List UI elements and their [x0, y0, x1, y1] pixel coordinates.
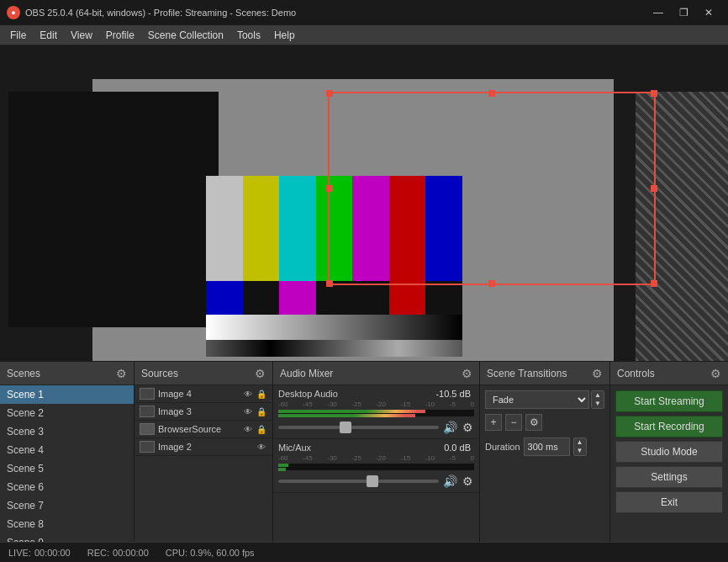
- scenes-panel-icon[interactable]: ⚙: [116, 367, 127, 380]
- audio-track-header: Mic/Aux 0.0 dB: [278, 443, 474, 453]
- source-lock-button[interactable]: 🔒: [256, 406, 267, 417]
- settings-button[interactable]: Settings: [615, 466, 723, 488]
- scene-list-item[interactable]: Scene 3: [0, 422, 134, 441]
- audio-fader[interactable]: [278, 426, 439, 429]
- titlebar: ● OBS 25.0.4 (64-bit, windows) - Profile…: [0, 0, 728, 25]
- audio-fader-thumb[interactable]: [340, 422, 351, 433]
- rec-status: REC: 00:00:00: [87, 548, 149, 558]
- transition-arrows: ▲ ▼: [591, 390, 604, 409]
- scenes-panel-content: Scene 1 Scene 2 Scene 3 Scene 4 Scene 5 …: [0, 385, 134, 552]
- menu-file[interactable]: File: [3, 25, 33, 45]
- source-list-item[interactable]: Image 2 👁: [135, 438, 272, 456]
- source-visibility-button[interactable]: 👁: [256, 441, 267, 453]
- transition-arrow-down[interactable]: ▼: [592, 400, 604, 408]
- start-recording-button[interactable]: Start Recording: [615, 416, 723, 437]
- transitions-panel-content: Fade ▲ ▼ + − ⚙: [480, 385, 609, 562]
- gray-gradient: [206, 340, 462, 357]
- duration-arrows: ▲ ▼: [573, 437, 587, 456]
- status-bar: LIVE: 00:00:00 REC: 00:00:00 CPU: 0.9%, …: [0, 542, 728, 562]
- audio-settings-button[interactable]: ⚙: [462, 474, 474, 489]
- source-list-item[interactable]: Image 3 👁 🔒: [135, 403, 272, 421]
- source-visibility-button[interactable]: 👁: [242, 388, 254, 400]
- sources-panel-header: Sources ⚙: [135, 362, 272, 385]
- transition-type-select[interactable]: Fade: [485, 390, 589, 409]
- audio-db-value: -10.5 dB: [435, 389, 471, 399]
- bar-yellow: [243, 176, 280, 281]
- meter-fill-mic-bottom: [278, 468, 286, 471]
- scene-list-item[interactable]: Scene 8: [0, 515, 134, 533]
- app-icon: ●: [7, 6, 20, 19]
- sources-panel-content: Image 4 👁 🔒 Image 3 👁 🔒: [135, 385, 272, 552]
- duration-label: Duration: [485, 442, 520, 452]
- meter-fill-mic-top: [278, 464, 288, 467]
- remove-transition-button[interactable]: −: [505, 414, 522, 431]
- source-thumbnail: [140, 441, 155, 453]
- scenes-panel-header: Scenes ⚙: [0, 362, 134, 385]
- scenes-panel: Scenes ⚙ Scene 1 Scene 2 Scene 3 Scene 4…: [0, 362, 135, 562]
- hatch-area: [636, 92, 728, 361]
- transitions-panel-title: Scene Transitions: [487, 368, 567, 379]
- scene-list-item[interactable]: Scene 6: [0, 478, 134, 496]
- audio-fader-row: 🔊 ⚙: [278, 474, 474, 489]
- transitions-panel-icon[interactable]: ⚙: [592, 367, 603, 380]
- audio-track-header: Desktop Audio -10.5 dB: [278, 389, 474, 399]
- duration-arrow-down[interactable]: ▼: [574, 447, 586, 455]
- meter-fill-top: [278, 410, 425, 413]
- studio-mode-button[interactable]: Studio Mode: [615, 441, 723, 463]
- menubar: File Edit View Profile Scene Collection …: [0, 25, 728, 45]
- source-thumbnail: [140, 423, 155, 435]
- maximize-button[interactable]: ❐: [671, 3, 696, 22]
- source-visibility-button[interactable]: 👁: [242, 423, 254, 435]
- duration-arrow-up[interactable]: ▲: [574, 438, 586, 447]
- menu-profile[interactable]: Profile: [99, 25, 141, 45]
- source-list-item[interactable]: BrowserSource 👁 🔒: [135, 421, 272, 438]
- bars-top: [206, 176, 462, 281]
- cpu-status: CPU: 0.9%, 60.00 fps: [166, 548, 255, 558]
- start-streaming-button[interactable]: Start Streaming: [615, 390, 723, 412]
- transition-settings-button[interactable]: ⚙: [525, 414, 542, 431]
- scene-list-item[interactable]: Scene 1: [0, 385, 134, 404]
- scenes-panel-title: Scenes: [7, 368, 40, 379]
- sources-panel-icon[interactable]: ⚙: [255, 367, 266, 380]
- live-time: 00:00:00: [34, 548, 71, 558]
- menu-help[interactable]: Help: [267, 25, 302, 45]
- close-button[interactable]: ✕: [696, 3, 721, 22]
- source-name: Image 3: [158, 406, 239, 416]
- desktop-audio-track: Desktop Audio -10.5 dB -60-45-30-25-20-1…: [273, 385, 479, 439]
- scene-list-item[interactable]: Scene 4: [0, 441, 134, 459]
- source-icons: 👁: [256, 441, 267, 453]
- duration-input[interactable]: [524, 437, 570, 456]
- audio-fader[interactable]: [278, 480, 439, 483]
- bars-bottom: [206, 281, 462, 315]
- meter-labels: -60-45-30-25-20-15-10-50: [278, 400, 474, 408]
- add-transition-button[interactable]: +: [485, 414, 502, 431]
- source-icons: 👁 🔒: [242, 423, 267, 435]
- mute-button[interactable]: 🔊: [442, 420, 458, 435]
- controls-panel-icon[interactable]: ⚙: [710, 367, 721, 380]
- gradient-strip: [206, 315, 462, 340]
- menu-scene-collection[interactable]: Scene Collection: [141, 25, 230, 45]
- source-list-item[interactable]: Image 4 👁 🔒: [135, 385, 272, 403]
- exit-button[interactable]: Exit: [615, 491, 723, 513]
- scene-list-item[interactable]: Scene 5: [0, 459, 134, 478]
- audio-fader-thumb[interactable]: [367, 475, 378, 487]
- menu-view[interactable]: View: [64, 25, 99, 45]
- source-lock-button[interactable]: 🔒: [256, 388, 267, 400]
- rec-time: 00:00:00: [113, 548, 149, 558]
- audio-settings-button[interactable]: ⚙: [462, 420, 474, 435]
- mute-button[interactable]: 🔊: [442, 474, 458, 489]
- bar-magenta: [352, 176, 389, 281]
- menu-edit[interactable]: Edit: [33, 25, 64, 45]
- sources-panel: Sources ⚙ Image 4 👁 🔒 Image 3: [135, 362, 273, 562]
- bottom-panels: Scenes ⚙ Scene 1 Scene 2 Scene 3 Scene 4…: [0, 361, 728, 542]
- transition-arrow-up[interactable]: ▲: [592, 391, 604, 400]
- source-visibility-button[interactable]: 👁: [242, 406, 254, 417]
- menu-tools[interactable]: Tools: [230, 25, 267, 45]
- audio-panel-icon[interactable]: ⚙: [462, 367, 472, 380]
- audio-track-name: Desktop Audio: [278, 389, 338, 399]
- scene-list-item[interactable]: Scene 7: [0, 496, 134, 515]
- minimize-button[interactable]: —: [646, 3, 671, 22]
- source-icons: 👁 🔒: [242, 406, 267, 417]
- source-lock-button[interactable]: 🔒: [256, 423, 267, 435]
- scene-list-item[interactable]: Scene 2: [0, 404, 134, 422]
